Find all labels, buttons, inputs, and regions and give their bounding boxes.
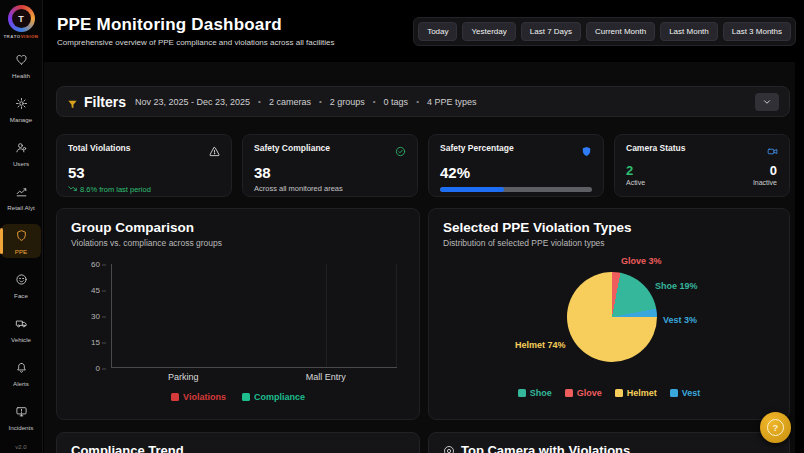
group-comparison-panel: Group Comparison Violations vs. complian… xyxy=(56,208,420,420)
filter-ppe-types: 4 PPE types xyxy=(427,97,477,107)
card-safety-compliance: Safety Compliance 38 Across all monitore… xyxy=(242,134,418,197)
sidebar-item-ppe[interactable]: PPE xyxy=(1,224,41,258)
header-titles: PPE Monitoring Dashboard Comprehensive o… xyxy=(57,15,334,47)
cameras-inactive: 0 Inactive xyxy=(753,163,777,186)
safety-percentage-value: 42% xyxy=(440,164,592,181)
compliance-swatch xyxy=(242,393,250,401)
violations-trend: 8.6% from last period xyxy=(68,184,220,195)
ppe-pie-chart: Glove 3% Shoe 19% Vest 3% Helmet 74% Sho… xyxy=(443,252,775,410)
legend-item-helmet[interactable]: Helmet xyxy=(615,388,657,398)
pie-label-shoe: Shoe 19% xyxy=(655,281,698,291)
legend-item-vest[interactable]: Vest xyxy=(670,388,701,398)
logo-letter: T xyxy=(12,9,31,28)
filters-title: Filters xyxy=(84,94,126,110)
safety-progress-track xyxy=(440,187,592,192)
warning-triangle-icon xyxy=(209,143,220,161)
filters-summary: Nov 23, 2025 - Dec 23, 2025 • 2 cameras … xyxy=(135,97,476,107)
ppe-violation-types-panel: Selected PPE Violation Types Distributio… xyxy=(428,208,790,420)
card-label: Total Violations xyxy=(68,143,131,153)
card-total-violations: Total Violations 53 8.6% from last perio… xyxy=(56,134,232,197)
brand-name: TRATOVISION xyxy=(3,34,38,39)
face-icon xyxy=(15,272,28,290)
y-axis-labels: 60 45 30 15 0 xyxy=(71,264,107,368)
violations-swatch xyxy=(171,393,179,401)
compliance-note: Across all monitored areas xyxy=(254,184,406,193)
card-camera-status: Camera Status 2 Active 0 Inactive xyxy=(614,134,790,197)
gridline xyxy=(326,264,327,367)
legend-item-shoe[interactable]: Shoe xyxy=(518,388,552,398)
glove-swatch xyxy=(565,389,573,397)
time-btn-current-month[interactable]: Current Month xyxy=(586,22,655,41)
filter-cameras: 2 cameras xyxy=(269,97,311,107)
analytics-chart-icon xyxy=(15,184,28,202)
helmet-swatch xyxy=(615,389,623,397)
ppe-pie xyxy=(567,272,657,362)
users-icon xyxy=(15,140,28,158)
time-btn-last-month[interactable]: Last Month xyxy=(660,22,718,41)
safety-compliance-value: 38 xyxy=(254,164,406,181)
top-camera-violations-panel: Top Camera with Violations xyxy=(428,432,790,453)
page-subtitle: Comprehensive overview of PPE compliance… xyxy=(57,38,334,47)
compliance-trend-panel: Compliance Trend xyxy=(56,432,420,453)
legend-item-violations[interactable]: Violations xyxy=(171,392,226,402)
pie-chart-legend: Shoe Glove Helmet Vest xyxy=(443,388,775,398)
group-comparison-chart: 60 45 30 15 0 Parking Mall Entry Violati… xyxy=(71,258,405,416)
sidebar-item-incidents[interactable]: Incidents xyxy=(1,400,41,434)
sidebar-item-health[interactable]: Health xyxy=(1,48,41,82)
trend-down-icon xyxy=(68,184,77,195)
panel-title: Group Comparison xyxy=(71,220,405,235)
health-icon xyxy=(15,52,28,70)
sidebar-item-vehicle[interactable]: Vehicle xyxy=(1,312,41,346)
card-label: Safety Percentage xyxy=(440,143,514,153)
total-violations-value: 53 xyxy=(68,164,220,181)
card-safety-percentage: Safety Percentage 42% xyxy=(428,134,604,197)
truck-icon xyxy=(15,316,28,334)
sidebar-nav: Health Manage Users Retail Alyt PPE Face… xyxy=(0,48,42,441)
pie-label-glove: Glove 3% xyxy=(621,256,662,266)
gridline xyxy=(396,264,397,367)
legend-item-compliance[interactable]: Compliance xyxy=(242,392,305,402)
sidebar-item-users[interactable]: Users xyxy=(1,136,41,170)
pie-label-helmet: Helmet 74% xyxy=(515,340,566,350)
sidebar-item-manage[interactable]: Manage xyxy=(1,92,41,126)
safety-progress-fill xyxy=(440,187,504,192)
incident-monitor-icon xyxy=(15,404,28,422)
cameras-active: 2 Active xyxy=(626,163,645,186)
filter-tags: 0 tags xyxy=(384,97,409,107)
panel-title: Top Camera with Violations xyxy=(461,443,630,453)
shoe-swatch xyxy=(518,389,526,397)
panel-subtitle: Distribution of selected PPE violation t… xyxy=(443,238,775,248)
panel-subtitle: Violations vs. compliance across groups xyxy=(71,238,405,248)
vest-swatch xyxy=(670,389,678,397)
panel-title: Selected PPE Violation Types xyxy=(443,220,775,235)
filter-date-range: Nov 23, 2025 - Dec 23, 2025 xyxy=(135,97,250,107)
x-axis-label: Mall Entry xyxy=(306,372,346,382)
sidebar-item-retail-analytics[interactable]: Retail Alyt xyxy=(1,180,41,214)
app-logo[interactable]: T xyxy=(8,5,35,32)
legend-item-glove[interactable]: Glove xyxy=(565,388,602,398)
gear-icon xyxy=(15,96,28,114)
question-mark-icon: ? xyxy=(767,419,784,436)
pie-label-vest: Vest 3% xyxy=(663,315,697,325)
time-btn-last-7-days[interactable]: Last 7 Days xyxy=(521,22,581,41)
help-button[interactable]: ? xyxy=(760,412,791,443)
filters-expand-button[interactable] xyxy=(755,93,779,111)
camera-icon xyxy=(767,143,778,161)
time-range-group: Today Yesterday Last 7 Days Current Mont… xyxy=(413,17,796,46)
x-axis-label: Parking xyxy=(168,372,199,382)
bar-plot-area: Parking Mall Entry xyxy=(111,264,397,368)
sidebar-item-alerts[interactable]: Alerts xyxy=(1,356,41,390)
time-btn-today[interactable]: Today xyxy=(418,22,457,41)
camera-target-icon xyxy=(443,443,455,453)
filters-bar[interactable]: Filters Nov 23, 2025 - Dec 23, 2025 • 2 … xyxy=(56,86,790,117)
chevron-down-icon xyxy=(762,93,772,111)
sidebar: T TRATOVISION Health Manage Users Retail… xyxy=(0,0,43,453)
card-label: Camera Status xyxy=(626,143,686,153)
sidebar-item-face[interactable]: Face xyxy=(1,268,41,302)
app-version: v2.0 xyxy=(15,444,26,450)
time-btn-last-3-months[interactable]: Last 3 Months xyxy=(723,22,791,41)
check-circle-icon xyxy=(395,143,406,161)
time-btn-yesterday[interactable]: Yesterday xyxy=(462,22,515,41)
shield-badge-icon xyxy=(581,143,592,161)
page-title: PPE Monitoring Dashboard xyxy=(57,15,334,35)
